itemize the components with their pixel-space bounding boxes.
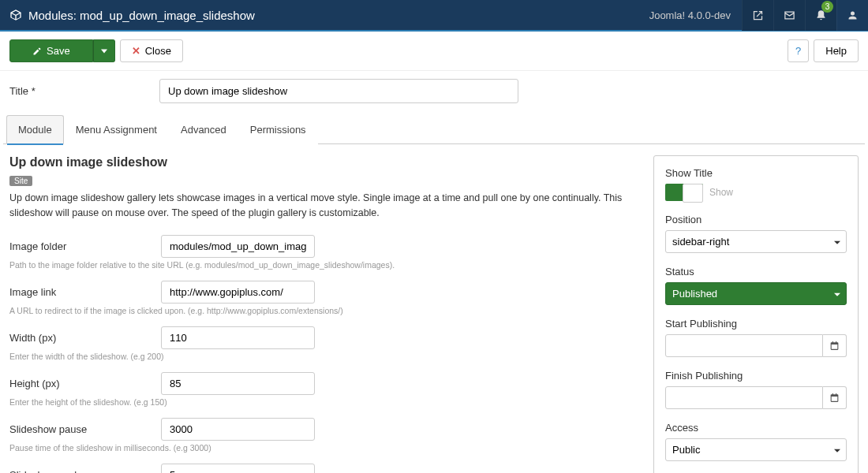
title-label: Title * — [9, 85, 144, 97]
caret-down-icon — [101, 48, 107, 54]
show-title-toggle[interactable] — [665, 184, 703, 201]
close-button-label: Close — [145, 45, 171, 57]
calendar-icon — [829, 393, 840, 403]
group-access: Access Public — [665, 422, 847, 461]
group-start-publishing: Start Publishing — [665, 318, 847, 357]
label-show-title: Show Title — [665, 167, 847, 179]
position-select-wrap: sidebar-right — [665, 230, 847, 253]
label-access: Access — [665, 422, 847, 434]
group-position: Position sidebar-right — [665, 214, 847, 253]
label-image-link: Image link — [9, 286, 152, 298]
site-badge: Site — [9, 176, 32, 186]
save-button-group: Save — [9, 39, 115, 62]
save-button[interactable]: Save — [9, 39, 93, 62]
finish-publishing-input[interactable] — [665, 386, 823, 409]
input-height[interactable] — [161, 372, 315, 395]
toolbar: Save ✕ Close ? Help — [0, 32, 868, 71]
help-image-link: A URL to redirect to if the image is cli… — [9, 306, 642, 315]
help-image-folder: Path to the image folder relative to the… — [9, 260, 642, 270]
content-area: Up down image slideshow Site Up down ima… — [0, 144, 868, 473]
top-navbar: Modules: mod_up_down_image_slideshow Joo… — [0, 0, 868, 32]
start-publishing-input-group — [665, 334, 847, 357]
input-image-link[interactable] — [161, 281, 315, 304]
row-image-link: Image link — [9, 281, 642, 304]
help-button[interactable]: Help — [814, 39, 859, 62]
tab-advanced[interactable]: Advanced — [169, 115, 238, 144]
external-link-icon — [752, 9, 764, 21]
brand-label: Joomla! 4.0.0-dev — [638, 9, 742, 21]
help-width: Enter the width of the slideshow. (e.g 2… — [9, 352, 642, 361]
status-select-wrap: Published — [665, 282, 847, 305]
module-heading: Up down image slideshow — [9, 155, 642, 169]
access-select[interactable]: Public — [665, 438, 847, 461]
label-width: Width (px) — [9, 332, 152, 344]
row-height: Height (px) — [9, 372, 642, 395]
help-pause: Pause time of the slideshow in milliseco… — [9, 443, 642, 453]
label-finish-publishing: Finish Publishing — [665, 370, 847, 382]
help-icon-button[interactable]: ? — [788, 39, 809, 62]
access-select-wrap: Public — [665, 438, 847, 461]
help-height: Enter the height of the slideshow. (e.g … — [9, 397, 642, 407]
start-publishing-calendar-button[interactable] — [823, 334, 847, 357]
tab-menu-assignment[interactable]: Menu Assignment — [64, 115, 169, 144]
user-icon — [847, 9, 859, 21]
input-cycles[interactable] — [161, 464, 315, 474]
close-button[interactable]: ✕ Close — [120, 39, 183, 62]
main-column: Up down image slideshow Site Up down ima… — [9, 155, 642, 473]
tab-permissions[interactable]: Permissions — [238, 115, 318, 144]
topnav-left: Modules: mod_up_down_image_slideshow — [9, 9, 638, 22]
row-image-folder: Image folder — [9, 235, 642, 258]
sidebar-panel: Show Title Show Position sidebar-right S… — [653, 155, 859, 473]
group-finish-publishing: Finish Publishing — [665, 370, 847, 409]
label-cycles: Slideshow cycles — [9, 469, 152, 474]
save-dropdown-button[interactable] — [93, 39, 115, 62]
show-title-state: Show — [709, 187, 733, 198]
module-description: Up down image slideshow gallery lets sho… — [9, 191, 642, 221]
label-status: Status — [665, 266, 847, 277]
notifications-button[interactable]: 3 — [805, 0, 836, 31]
label-height: Height (px) — [9, 378, 152, 389]
title-row: Title * — [0, 71, 868, 106]
row-pause: Slideshow pause — [9, 418, 642, 441]
title-input[interactable] — [159, 79, 518, 103]
group-show-title: Show Title Show — [665, 167, 847, 201]
tab-module[interactable]: Module — [6, 115, 64, 144]
finish-publishing-calendar-button[interactable] — [823, 386, 847, 409]
envelope-icon — [784, 9, 795, 21]
user-menu-button[interactable] — [836, 0, 868, 31]
input-pause[interactable] — [161, 418, 315, 441]
position-select[interactable]: sidebar-right — [665, 230, 847, 253]
edit-icon — [32, 47, 42, 56]
label-pause: Slideshow pause — [9, 423, 152, 435]
topnav-right: Joomla! 4.0.0-dev 3 — [638, 0, 868, 31]
status-select[interactable]: Published — [665, 282, 847, 305]
row-cycles: Slideshow cycles — [9, 464, 642, 474]
label-start-publishing: Start Publishing — [665, 318, 847, 330]
page-title: Modules: mod_up_down_image_slideshow — [28, 9, 255, 22]
show-title-switch-wrap: Show — [665, 184, 847, 201]
group-status: Status Published — [665, 266, 847, 305]
input-image-folder[interactable] — [161, 235, 315, 258]
input-width[interactable] — [161, 326, 315, 349]
cube-icon — [9, 9, 22, 21]
label-image-folder: Image folder — [9, 240, 152, 252]
label-position: Position — [665, 214, 847, 225]
calendar-icon — [829, 341, 840, 351]
start-publishing-input[interactable] — [665, 334, 823, 357]
messages-button[interactable] — [773, 0, 805, 31]
finish-publishing-input-group — [665, 386, 847, 409]
row-width: Width (px) — [9, 326, 642, 349]
notifications-badge: 3 — [821, 1, 833, 13]
close-icon: ✕ — [132, 45, 140, 57]
tabs: Module Menu Assignment Advanced Permissi… — [3, 114, 865, 144]
external-link-button[interactable] — [742, 0, 773, 31]
save-button-label: Save — [47, 45, 70, 57]
